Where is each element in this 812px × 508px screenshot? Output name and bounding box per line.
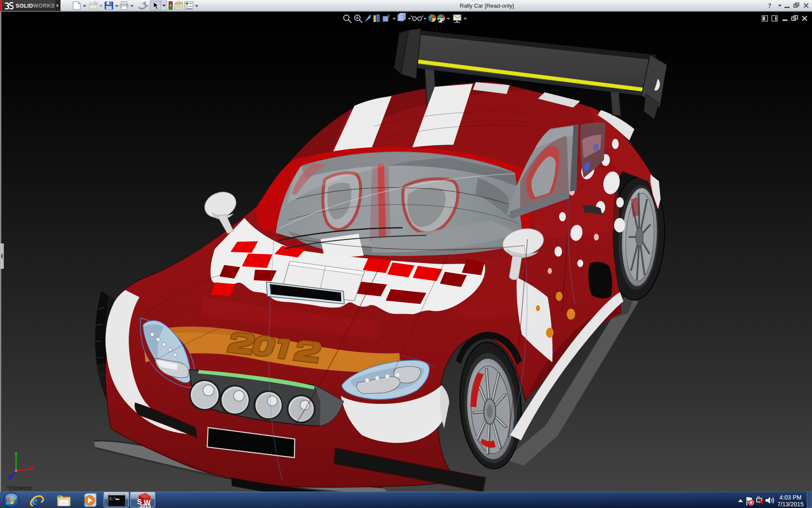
svg-text:SOLIDWORKS: SOLIDWORKS (16, 3, 55, 9)
svg-text:*Dimetric: *Dimetric (7, 484, 33, 491)
svg-text:4:03 PM: 4:03 PM (779, 494, 801, 501)
svg-text:2015: 2015 (140, 503, 151, 508)
svg-text:Rally Car [Read-only]: Rally Car [Read-only] (460, 3, 514, 9)
svg-text:C:\: C:\ (110, 497, 116, 501)
svg-text:7/13/2015: 7/13/2015 (777, 501, 804, 508)
svg-text:?: ? (768, 2, 771, 9)
